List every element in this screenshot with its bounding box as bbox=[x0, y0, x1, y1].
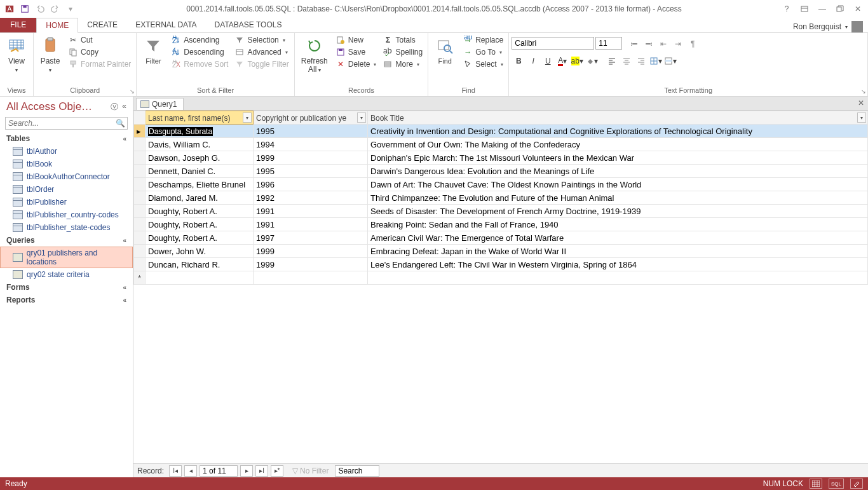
cell-name[interactable]: Dasgupta, Subrata bbox=[146, 125, 254, 138]
textfmt-launcher-icon[interactable]: ↘ bbox=[861, 88, 866, 95]
cell-title[interactable]: Lee's Endangered Left: The Civil War in … bbox=[368, 258, 868, 271]
column-header[interactable]: Last name, first name(s)▾ bbox=[146, 111, 254, 125]
view-button[interactable]: View▾ bbox=[3, 34, 31, 75]
select-button[interactable]: Select bbox=[460, 58, 506, 70]
column-dropdown-icon[interactable]: ▾ bbox=[357, 112, 366, 123]
copy-button[interactable]: Copy bbox=[65, 46, 133, 58]
nav-next-icon[interactable]: ▸ bbox=[240, 465, 253, 477]
nav-item-table[interactable]: tblAuthor bbox=[0, 145, 133, 158]
column-dropdown-icon[interactable]: ▾ bbox=[243, 112, 252, 123]
minimize-icon[interactable]: — bbox=[815, 3, 830, 15]
indent-inc-icon[interactable]: ⇥ bbox=[671, 37, 685, 51]
tab-home[interactable]: HOME bbox=[36, 18, 78, 33]
row-header[interactable] bbox=[134, 271, 146, 285]
cell-year[interactable]: 1999 bbox=[254, 258, 368, 271]
format-painter-button[interactable]: Format Painter bbox=[65, 58, 133, 70]
numbering-icon[interactable]: ≕ bbox=[642, 37, 656, 51]
cut-button[interactable]: ✂Cut bbox=[65, 34, 133, 46]
view-datasheet-icon[interactable] bbox=[810, 479, 822, 489]
totals-button[interactable]: ΣTotals bbox=[380, 34, 425, 46]
cell-title[interactable]: Creativity in Invention and Design: Comp… bbox=[368, 125, 868, 138]
cell-name[interactable] bbox=[146, 271, 254, 285]
nav-search-input[interactable] bbox=[5, 117, 128, 130]
align-center-icon[interactable] bbox=[620, 54, 634, 68]
row-header[interactable]: ▸ bbox=[134, 125, 146, 138]
nav-prev-icon[interactable]: ◂ bbox=[184, 465, 197, 477]
cell-name[interactable]: Davis, William C. bbox=[146, 138, 254, 151]
access-app-icon[interactable]: A bbox=[4, 3, 15, 15]
view-design-icon[interactable] bbox=[850, 479, 863, 489]
tab-external-data[interactable]: EXTERNAL DATA bbox=[126, 17, 205, 32]
row-header[interactable] bbox=[134, 151, 146, 165]
nav-first-icon[interactable]: I◂ bbox=[169, 465, 182, 477]
alt-row-icon[interactable]: ▾ bbox=[663, 54, 677, 68]
cell-name[interactable]: Deschamps, Eliette Brunel bbox=[146, 178, 254, 191]
nav-item-table[interactable]: tblOrder bbox=[0, 183, 133, 196]
cell-year[interactable] bbox=[254, 271, 368, 285]
cell-name[interactable]: Dennett, Daniel C. bbox=[146, 165, 254, 178]
tab-database-tools[interactable]: DATABASE TOOLS bbox=[206, 17, 291, 32]
table-row[interactable]: Dower, John W.1999Embracing Defeat: Japa… bbox=[134, 245, 868, 258]
spelling-button[interactable]: abcSpelling bbox=[380, 46, 425, 58]
column-header[interactable]: Copyright or publication ye▾ bbox=[254, 111, 368, 125]
record-search-input[interactable] bbox=[335, 465, 379, 477]
cell-year[interactable]: 1996 bbox=[254, 178, 368, 191]
column-dropdown-icon[interactable]: ▾ bbox=[857, 112, 866, 123]
datasheet[interactable]: Last name, first name(s)▾Copyright or pu… bbox=[133, 111, 868, 463]
record-position-input[interactable] bbox=[200, 465, 238, 477]
restore-icon[interactable] bbox=[832, 3, 848, 15]
cell-name[interactable]: Doughty, Robert A. bbox=[146, 231, 254, 245]
select-all-cell[interactable] bbox=[134, 111, 146, 125]
align-left-icon[interactable] bbox=[605, 54, 619, 68]
nav-item-table[interactable]: tblBookAuthorConnector bbox=[0, 170, 133, 183]
selection-button[interactable]: Selection bbox=[232, 34, 291, 46]
nav-item-query[interactable]: qry01 publishers and locations bbox=[0, 247, 133, 268]
table-row[interactable]: Dennett, Daniel C.1995Darwin's Dangerous… bbox=[134, 165, 868, 178]
close-icon[interactable]: ✕ bbox=[850, 3, 865, 15]
cell-title[interactable]: Government of Our Own: The Making of the… bbox=[368, 138, 868, 151]
advanced-button[interactable]: Advanced bbox=[232, 46, 291, 58]
fill-icon[interactable]: ▾ bbox=[585, 54, 599, 68]
cell-name[interactable]: Dawson, Joseph G. bbox=[146, 151, 254, 165]
row-header[interactable] bbox=[134, 258, 146, 271]
cell-name[interactable]: Duncan, Richard R. bbox=[146, 258, 254, 271]
table-row[interactable]: Davis, William C.1994Government of Our O… bbox=[134, 138, 868, 151]
bullets-icon[interactable]: ≔ bbox=[627, 37, 641, 51]
table-row[interactable]: ▸Dasgupta, Subrata1995Creativity in Inve… bbox=[134, 125, 868, 138]
cell-title[interactable]: Embracing Defeat: Japan in the Wake of W… bbox=[368, 245, 868, 258]
refresh-all-button[interactable]: Refresh All ▾ bbox=[297, 34, 332, 75]
table-row[interactable]: Doughty, Robert A.1997American Civil War… bbox=[134, 231, 868, 245]
avatar[interactable] bbox=[851, 21, 863, 32]
user-area[interactable]: Ron Bergquist ▾ bbox=[793, 21, 868, 32]
italic-icon[interactable]: I bbox=[526, 54, 540, 68]
replace-button[interactable]: abReplace bbox=[460, 34, 506, 46]
clipboard-launcher-icon[interactable]: ↘ bbox=[130, 88, 135, 95]
row-header[interactable] bbox=[134, 205, 146, 218]
row-header[interactable] bbox=[134, 138, 146, 151]
cell-title[interactable]: American Civil War: The Emergence of Tot… bbox=[368, 231, 868, 245]
delete-record-button[interactable]: ✕Delete bbox=[333, 58, 379, 70]
cell-year[interactable]: 1991 bbox=[254, 218, 368, 231]
new-record-button[interactable]: New bbox=[333, 34, 379, 46]
nav-section-reports[interactable]: Reports« bbox=[0, 294, 133, 306]
save-icon[interactable] bbox=[19, 3, 31, 15]
cell-year[interactable]: 1994 bbox=[254, 138, 368, 151]
help-icon[interactable]: ? bbox=[779, 3, 794, 15]
gridlines-icon[interactable]: ▾ bbox=[649, 54, 663, 68]
toggle-filter-button[interactable]: Toggle Filter bbox=[232, 58, 291, 70]
cell-year[interactable]: 1999 bbox=[254, 245, 368, 258]
table-row[interactable]: Diamond, Jared M.1992Third Chimpanzee: T… bbox=[134, 191, 868, 205]
qat-customize-icon[interactable]: ▾ bbox=[65, 3, 76, 15]
indent-dec-icon[interactable]: ⇤ bbox=[656, 37, 670, 51]
ascending-button[interactable]: AZAscending bbox=[168, 34, 231, 46]
cell-year[interactable]: 1997 bbox=[254, 231, 368, 245]
cell-title[interactable] bbox=[368, 271, 868, 285]
row-header[interactable] bbox=[134, 231, 146, 245]
nav-menu-icon[interactable]: ⓥ bbox=[109, 102, 119, 112]
nav-new-icon[interactable]: ▸* bbox=[271, 465, 283, 477]
column-header[interactable]: Book Title▾ bbox=[368, 111, 868, 125]
document-close-icon[interactable]: ✕ bbox=[858, 99, 864, 107]
row-header[interactable] bbox=[134, 165, 146, 178]
cell-year[interactable]: 1999 bbox=[254, 151, 368, 165]
paste-button[interactable]: Paste▾ bbox=[36, 34, 64, 75]
